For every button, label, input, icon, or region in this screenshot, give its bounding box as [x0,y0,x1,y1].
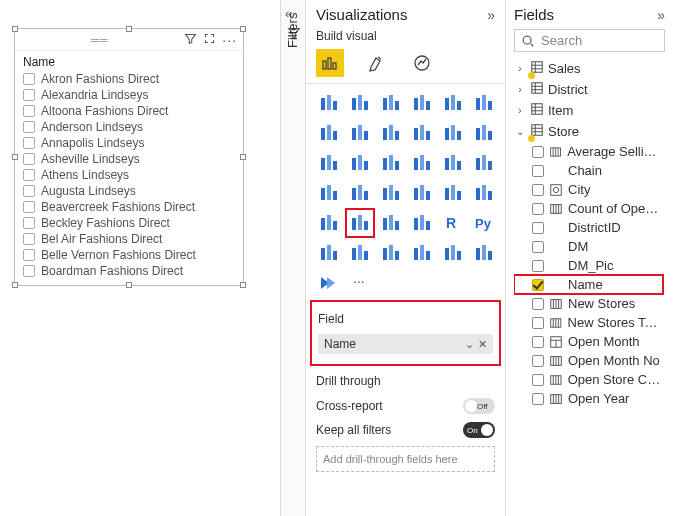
checkbox[interactable] [23,265,35,277]
drill-through-drop-zone[interactable]: Add drill-through fields here [316,446,495,472]
checkbox[interactable] [23,233,35,245]
table-store[interactable]: ⌄Store [514,121,663,142]
keep-all-filters-toggle[interactable]: On [463,422,495,438]
chevron-right-icon[interactable]: › [514,84,526,95]
checkbox[interactable] [532,146,544,158]
table-sales[interactable]: ›Sales [514,58,663,79]
resize-handle[interactable] [240,154,246,160]
viz-line-stacked-column[interactable] [409,120,435,146]
focus-mode-icon[interactable] [203,31,216,49]
slicer-item[interactable]: Bel Air Fashions Direct [23,231,235,247]
slicer-item[interactable]: Asheville Lindseys [23,151,235,167]
checkbox[interactable] [532,355,544,367]
viz-paginated[interactable] [440,240,466,266]
table-district[interactable]: ›District [514,79,663,100]
viz-decomposition-tree[interactable] [347,240,373,266]
chevron-down-icon[interactable]: ⌄ [514,126,526,137]
resize-handle[interactable] [126,26,132,32]
resize-handle[interactable] [12,26,18,32]
viz-clustered-column[interactable] [409,90,435,116]
viz-stacked-bar[interactable] [316,90,342,116]
viz-kpi[interactable] [316,210,342,236]
viz-line-clustered-column[interactable] [440,120,466,146]
field-open-year[interactable]: Open Year [514,389,663,408]
viz-power-apps[interactable] [471,240,497,266]
field-dm-pic[interactable]: DM_Pic [514,256,663,275]
slicer-visual[interactable]: ══ ··· Name Akron Fashions DirectAlexand… [14,28,244,286]
slicer-item[interactable]: Anderson Lindseys [23,119,235,135]
field-chain[interactable]: Chain [514,161,663,180]
resize-handle[interactable] [12,282,18,288]
field-districtid[interactable]: DistrictID [514,218,663,237]
build-visual-tab[interactable] [316,49,344,77]
checkbox[interactable] [23,217,35,229]
viz-funnel[interactable] [347,150,373,176]
field-name[interactable]: Name [514,275,663,294]
resize-handle[interactable] [240,26,246,32]
slicer-item[interactable]: Annapolis Lindseys [23,135,235,151]
checkbox[interactable] [532,184,544,196]
viz-filled-map[interactable] [347,180,373,206]
viz-azure-map[interactable] [378,180,404,206]
slicer-item[interactable]: Alexandria Lindseys [23,87,235,103]
viz-donut[interactable] [440,150,466,176]
field-open-store-co-[interactable]: Open Store Co... [514,370,663,389]
field-average-selling-[interactable]: Average Selling... [514,142,663,161]
slicer-item[interactable]: Belle Vernon Fashions Direct [23,247,235,263]
chevron-right-icon[interactable]: › [514,63,526,74]
checkbox[interactable] [23,89,35,101]
viz-narrative[interactable] [409,240,435,266]
viz-line[interactable] [316,120,342,146]
viz-multi-row-card[interactable] [471,180,497,206]
field-count-of-open-[interactable]: Count of Open... [514,199,663,218]
slicer-item[interactable]: Augusta Lindseys [23,183,235,199]
collapse-fields-pane-icon[interactable]: » [657,7,665,23]
slicer-item[interactable]: Beavercreek Fashions Direct [23,199,235,215]
checkbox[interactable] [532,203,544,215]
viz-more-visuals[interactable]: ··· [347,270,373,296]
viz-table[interactable] [378,210,404,236]
table-item[interactable]: ›Item [514,100,663,121]
checkbox[interactable] [23,201,35,213]
viz-stacked-column[interactable] [347,90,373,116]
slicer-item[interactable]: Altoona Fashions Direct [23,103,235,119]
checkbox[interactable] [532,317,544,329]
checkbox[interactable] [532,336,544,348]
format-visual-tab[interactable] [362,49,390,77]
cross-report-toggle[interactable]: Off [463,398,495,414]
field-new-stores[interactable]: New Stores [514,294,663,313]
checkbox[interactable] [532,260,544,272]
field-dm[interactable]: DM [514,237,663,256]
field-new-stores-tar-[interactable]: New Stores Tar... [514,313,663,332]
viz-treemap[interactable] [471,150,497,176]
remove-field-icon[interactable]: ✕ [478,338,487,351]
checkbox[interactable] [23,153,35,165]
viz-100-stacked-bar[interactable] [440,90,466,116]
checkbox[interactable] [23,169,35,181]
viz-power-automate[interactable] [316,270,342,296]
filter-icon[interactable] [184,31,197,49]
resize-handle[interactable] [126,282,132,288]
checkbox[interactable] [532,374,544,386]
field-city[interactable]: City [514,180,663,199]
viz-ribbon[interactable] [471,120,497,146]
viz-gauge[interactable] [409,180,435,206]
checkbox[interactable] [23,249,35,261]
slicer-item[interactable]: Athens Lindseys [23,167,235,183]
viz-slicer[interactable] [347,210,373,236]
viz-100-stacked-column[interactable] [471,90,497,116]
chevron-down-icon[interactable]: ⌄ [465,338,474,351]
slicer-item[interactable]: Beckley Fashions Direct [23,215,235,231]
resize-handle[interactable] [12,154,18,160]
checkbox[interactable] [23,185,35,197]
checkbox[interactable] [532,165,544,177]
viz-waterfall[interactable] [316,150,342,176]
slicer-item[interactable]: Akron Fashions Direct [23,71,235,87]
checkbox[interactable] [532,279,544,291]
checkbox[interactable] [23,121,35,133]
viz-card[interactable] [440,180,466,206]
viz-map[interactable] [316,180,342,206]
filters-pane-collapsed[interactable]: « Filters [280,0,306,516]
checkbox[interactable] [532,298,544,310]
checkbox[interactable] [532,241,544,253]
